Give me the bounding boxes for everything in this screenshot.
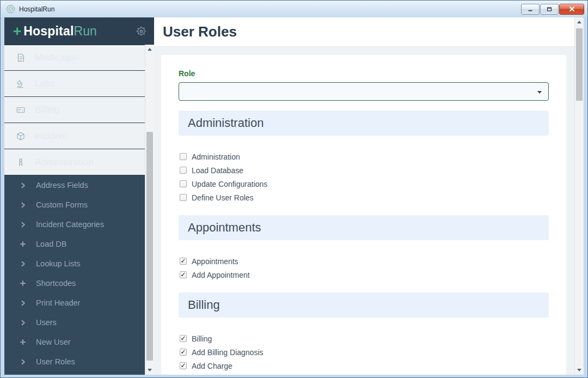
permission-add-appointment[interactable]: ✓Add Appointment: [180, 268, 549, 282]
checkbox-checked-icon[interactable]: ✓: [180, 258, 187, 265]
section-header-appointments: Appointments: [179, 215, 549, 240]
permission-administration[interactable]: Administration: [180, 150, 549, 163]
sidebar-item-address-fields[interactable]: Address Fields: [4, 175, 145, 195]
role-label: Role: [179, 69, 549, 78]
permission-list: ✓Billing✓Add Billing Diagnosis✓Add Charg…: [180, 332, 549, 373]
sidebar-item-label: Incident: [35, 131, 68, 142]
gear-icon[interactable]: [136, 26, 146, 36]
checkbox-unchecked-icon[interactable]: [180, 153, 187, 160]
sidebar-item-administration[interactable]: Administration: [4, 149, 145, 175]
sidebar-item-print-header[interactable]: Print Header: [4, 293, 145, 313]
sidebar-item-label: Custom Forms: [36, 200, 88, 209]
sidebar-item-label: Billing: [35, 105, 59, 115]
sidebar-item-load-db[interactable]: Load DB: [4, 234, 145, 254]
plus-icon: [18, 339, 28, 345]
sidebar-item-users[interactable]: Users: [4, 313, 145, 332]
sidebar-item-label: Incident Categories: [36, 220, 104, 229]
role-select[interactable]: [179, 82, 549, 101]
sidebar-item-billing[interactable]: Billing: [4, 97, 145, 123]
scroll-up-button[interactable]: [145, 45, 154, 54]
checkbox-unchecked-icon[interactable]: [180, 194, 187, 201]
sidebar-logo-bar: + Hospital Run: [4, 17, 154, 45]
window-titlebar: HospitalRun: [1, 1, 587, 17]
sidebar-item-medication[interactable]: Medication: [4, 45, 145, 71]
section-header-administration: Administration: [179, 111, 549, 136]
sidebar-item-incident[interactable]: Incident: [4, 123, 145, 149]
chevron-right-icon: [18, 320, 28, 326]
sidebar-item-label: Address Fields: [36, 181, 88, 190]
main-header: User Roles: [154, 17, 584, 47]
permission-label: Administration: [192, 153, 240, 161]
sidebar-nav: MedicationLabsBillingIncidentAdministrat…: [4, 45, 145, 375]
scroll-down-button[interactable]: [145, 365, 154, 375]
chevron-right-icon: [18, 359, 28, 365]
minimize-button[interactable]: [521, 4, 540, 15]
checkbox-checked-icon[interactable]: ✓: [180, 349, 187, 356]
permission-update-configurations[interactable]: Update Configurations: [180, 177, 549, 191]
chevron-right-icon: [18, 222, 28, 228]
checkbox-unchecked-icon[interactable]: [180, 180, 187, 187]
sidebar-scrollbar[interactable]: [145, 45, 154, 375]
sidebar-item-label: User Roles: [36, 357, 75, 366]
sidebar-item-label: Users: [36, 318, 57, 327]
scroll-down-button[interactable]: [575, 365, 584, 375]
permission-billing[interactable]: ✓Billing: [180, 332, 549, 345]
permission-add-billing-diagnosis[interactable]: ✓Add Billing Diagnosis: [180, 345, 549, 359]
sidebar-item-user-roles[interactable]: User Roles: [4, 352, 145, 371]
billing-icon: [16, 105, 26, 115]
checkbox-unchecked-icon[interactable]: [180, 167, 187, 174]
main-scrollbar[interactable]: [574, 17, 584, 375]
chevron-right-icon: [18, 202, 28, 208]
sidebar-item-custom-forms[interactable]: Custom Forms: [4, 195, 145, 215]
sidebar-item-label: Print Header: [36, 298, 80, 307]
permission-define-user-roles[interactable]: Define User Roles: [180, 191, 549, 204]
app-icon: [6, 4, 15, 14]
checkbox-checked-icon[interactable]: ✓: [180, 335, 187, 342]
cube-icon: [16, 131, 26, 141]
chevron-right-icon: [18, 300, 28, 306]
permission-label: Add Billing Diagnosis: [192, 348, 264, 357]
person-icon: [16, 157, 26, 167]
permission-label: Add Charge: [192, 362, 232, 370]
sidebar-item-shortcodes[interactable]: Shortcodes: [4, 273, 145, 293]
permission-list: ✓Appointments✓Add Appointment: [180, 254, 549, 282]
permission-add-charge[interactable]: ✓Add Charge: [180, 359, 549, 373]
sidebar-item-new-user[interactable]: New User: [4, 332, 145, 352]
logo-plus-icon: +: [13, 24, 21, 38]
sidebar-item-label: Lookup Lists: [36, 259, 80, 268]
permission-appointments[interactable]: ✓Appointments: [180, 254, 549, 268]
sidebar-item-incident-categories[interactable]: Incident Categories: [4, 215, 145, 234]
document-icon: [16, 53, 26, 63]
maximize-button[interactable]: [540, 4, 559, 15]
sidebar-item-lookup-lists[interactable]: Lookup Lists: [4, 254, 145, 273]
permission-label: Define User Roles: [192, 193, 254, 202]
plus-icon: [18, 280, 28, 286]
sidebar: + Hospital Run MedicationLabsBillingInci…: [4, 17, 154, 375]
sidebar-item-label: Administration: [35, 157, 94, 168]
microscope-icon: [16, 79, 26, 89]
window-title: HospitalRun: [19, 5, 54, 13]
app-window: HospitalRun + Hospital Run MedicationLab…: [0, 0, 588, 378]
user-roles-panel: Role AdministrationAdministrationLoad Da…: [161, 55, 566, 375]
chevron-right-icon: [18, 182, 28, 188]
checkbox-checked-icon[interactable]: ✓: [180, 271, 187, 278]
scrollbar-thumb[interactable]: [146, 132, 153, 361]
permission-label: Load Database: [192, 166, 243, 175]
sidebar-item-labs[interactable]: Labs: [4, 71, 145, 97]
chevron-right-icon: [18, 261, 28, 267]
content-area: Role AdministrationAdministrationLoad Da…: [154, 47, 574, 375]
permission-label: Appointments: [192, 257, 238, 266]
checkbox-checked-icon[interactable]: ✓: [180, 362, 187, 369]
plus-icon: [18, 241, 28, 247]
close-button[interactable]: [559, 4, 584, 15]
sidebar-item-label: Labs: [35, 78, 55, 89]
permission-label: Add Appointment: [192, 271, 250, 279]
scroll-up-button[interactable]: [575, 17, 584, 27]
sidebar-item-label: Load DB: [36, 240, 66, 248]
scrollbar-thumb[interactable]: [576, 28, 583, 101]
permission-sections: AdministrationAdministrationLoad Databas…: [179, 111, 549, 373]
permission-load-database[interactable]: Load Database: [180, 163, 549, 177]
sidebar-item-label: New User: [36, 338, 71, 346]
section-header-billing: Billing: [179, 292, 549, 318]
page-title: User Roles: [163, 23, 237, 40]
